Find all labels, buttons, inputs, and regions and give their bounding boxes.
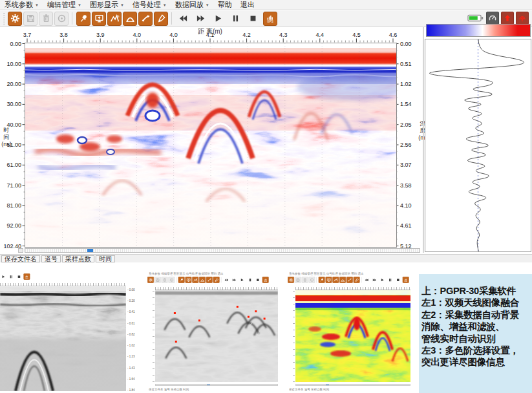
menu-item-5[interactable]: 数据回放▼ [175, 0, 209, 10]
svg-text:G: G [337, 278, 338, 279]
pipe-marker [198, 319, 200, 321]
distance-tick-label: 4.1 [206, 32, 215, 38]
gpr-app-window: 系统参数▼编辑管理▼图形显示▼信号处理▼数据回放▼帮助退出 GGPS 距 离(m… [0, 0, 532, 262]
menu-dropdown-arrow: ▼ [120, 3, 124, 7]
caption-line: 左3：多色阶选择设置， [421, 345, 531, 356]
depth-tick-label: 4.10 [400, 202, 412, 209]
toolbar-button-filter [346, 277, 353, 283]
gps-label: GPS [267, 21, 273, 23]
menu-dropdown-arrow: ▼ [78, 3, 81, 7]
mini-time-axis [153, 290, 154, 382]
toolbar-grip [3, 12, 5, 25]
mini-depth-tick-label: - 1.23 [127, 355, 135, 358]
toolbar-button-record [308, 277, 315, 283]
time-axis: 0.0010.0020.0030.0040.0051.0061.0071.008… [0, 43, 25, 247]
menu-item-3[interactable]: 图形显示▼ [90, 0, 124, 10]
color-scale-bar [426, 24, 531, 37]
system-tray [467, 12, 529, 25]
menu-item-7[interactable]: 退出 [240, 0, 255, 10]
tray-icon-gauge[interactable] [486, 12, 499, 25]
thumbnail-auto-detection: 系统参数 编辑管理 图形显示 信号处理 数据回放 帮助 退出 GGPS 保存文件… [147, 272, 282, 392]
toolbar-button-play[interactable] [211, 12, 225, 26]
gps-label: GPS [264, 281, 267, 282]
status-tab-1[interactable]: 保存文件名 [1, 255, 40, 262]
distance-tick-label: 4.5 [352, 32, 361, 38]
distance-tick-label: 4.2 [242, 32, 251, 38]
toolbar-button-filter [206, 277, 213, 283]
toolbar-button-gain: G [332, 277, 339, 283]
toolbar-button-delete [162, 277, 168, 283]
depth-axis: 0.000.511.021.542.052.563.073.584.104.61… [396, 43, 422, 247]
status-tab-2[interactable]: 道号 [41, 255, 61, 262]
scrollbar-thumb[interactable] [87, 249, 93, 252]
toolbar-button-delete[interactable] [39, 12, 53, 26]
toolbar-button-pause [246, 277, 253, 283]
mini-depth-tick-label: - 0.00 [127, 288, 135, 292]
toolbar-button-play [0, 273, 6, 280]
depth-tick-label: 0.51 [400, 61, 412, 67]
status-tab-4[interactable]: 时间 [96, 255, 115, 262]
menu-item-4[interactable]: 信号处理▼ [133, 0, 167, 10]
menu-bar: 系统参数▼编辑管理▼图形显示▼信号处理▼数据回放▼帮助退出 [0, 0, 532, 10]
mini-depth-tick-label: - 1.64 [127, 377, 135, 381]
menu-item-label: 帮助 [218, 0, 232, 10]
toolbar-button-settings[interactable] [8, 12, 22, 26]
thumbnail-color-palette: 系统参数 编辑管理 图形显示 信号处理 数据回放 帮助 退出 GGPS [288, 272, 418, 392]
toolbar-button-fast-forward[interactable] [193, 12, 207, 26]
toolbar-button-fast-forward [231, 277, 237, 283]
toolbar-button-erase[interactable] [154, 12, 168, 26]
mini-depth-tick-label: - 1.84 [127, 388, 135, 392]
horizontal-scrollbar[interactable] [25, 248, 420, 253]
tray-icon-antenna[interactable] [516, 12, 529, 25]
time-tick-label: 10.00 [6, 61, 21, 67]
pipe-marker [175, 341, 177, 343]
toolbar-button-pin-marker [178, 277, 185, 283]
toolbar-button-filter[interactable] [138, 12, 153, 26]
toolbar-button-rewind [223, 277, 229, 283]
caption-line: 管线实时自动识别 [421, 333, 531, 345]
toolbar-button-hyperbola [339, 277, 346, 283]
time-tick-label: 30.00 [6, 101, 21, 107]
toolbar-button-record[interactable] [54, 12, 69, 26]
distance-tick-label: 4.3 [279, 32, 288, 38]
caption-block: 上：PGPR-30采集软件左1：双频天线图像融合左2：采集数据自动背景消除、增益… [419, 274, 532, 393]
menu-item-6[interactable]: 帮助 [218, 0, 232, 10]
thumbnail-dual-frequency-fusion: GPS - 0.00- 0.20- 0.41- 0.61- 0.82- 1.02… [0, 273, 142, 392]
toolbar-separator [72, 12, 72, 25]
mini-radargram-detected [155, 290, 278, 382]
toolbar-button-stop[interactable] [246, 12, 260, 26]
mini-scrollbar-thumb [326, 385, 329, 385]
menu-item-2[interactable]: 编辑管理▼ [47, 0, 81, 10]
mini-status-bar: 保存文件名 道号 采样点数 时间 [149, 388, 281, 392]
radargram-canvas[interactable] [25, 43, 397, 248]
toolbar-button-hyperbola[interactable] [123, 12, 137, 26]
status-tab-3[interactable]: 采样点数 [62, 255, 94, 262]
toolbar-button-rewind[interactable] [176, 12, 190, 26]
time-tick-label: 61.00 [6, 162, 21, 168]
toolbar-button-gain[interactable]: G [107, 12, 122, 26]
toolbar-button-pin-marker[interactable] [76, 12, 90, 26]
toolbar-button-display-mode[interactable] [92, 12, 106, 26]
mini-menu-bar: 系统参数 编辑管理 图形显示 信号处理 数据回放 帮助 退出 [289, 272, 416, 276]
scroll-corner-box [18, 248, 23, 253]
toolbar-button-gps: GPS [262, 277, 269, 283]
toolbar-button-pause[interactable] [228, 12, 242, 26]
caption-line: 左1：双频天线图像融合 [421, 297, 531, 308]
mini-ruler [0, 283, 126, 286]
toolbar-button-gps: GPS [403, 277, 409, 283]
distance-axis: 3.73.83.94.04.04.14.24.34.44.54.6 [25, 32, 396, 43]
menu-item-1[interactable]: 系统参数▼ [5, 0, 39, 10]
toolbar-button-erase [213, 277, 220, 283]
depth-tick-label: 1.54 [400, 101, 412, 107]
tray-icon-battery[interactable] [467, 12, 484, 24]
distance-tick-label: 4.6 [389, 32, 398, 38]
toolbar-button-gps[interactable]: GPS [263, 12, 277, 26]
trace-panel [425, 39, 531, 252]
mini-scrollbar [155, 384, 278, 386]
pipe-marker [174, 312, 176, 314]
tray-icon-upload[interactable] [501, 12, 514, 25]
toolbar-button-save[interactable] [23, 12, 37, 26]
pipe-marker [237, 306, 239, 308]
mini-time-axis [293, 290, 295, 382]
menu-item-label: 退出 [240, 0, 255, 10]
